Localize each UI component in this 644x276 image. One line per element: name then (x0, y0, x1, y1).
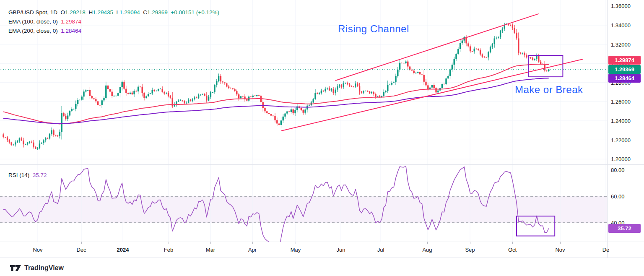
candle (520, 52, 521, 55)
main-legend[interactable]: GBP/USD Spot, 1D O1.29218 H1.29435 L1.29… (8, 8, 219, 36)
candle-body (353, 86, 354, 87)
candle-body (33, 143, 34, 147)
candle-body (361, 91, 362, 93)
legend-text: EMA (200, close, 0) (8, 28, 61, 34)
rsi-pane[interactable] (0, 164, 607, 242)
candle-body (37, 148, 38, 149)
candle-body (186, 103, 187, 104)
candle (17, 140, 18, 143)
candle-body (15, 142, 16, 144)
candle-body (55, 135, 56, 135)
candle (367, 91, 368, 92)
ema200-legend[interactable]: EMA (200, close, 0) 1.28464 (8, 26, 219, 36)
candle-body (532, 58, 533, 60)
candle-body (119, 87, 121, 93)
candle-body (407, 62, 408, 67)
candle (153, 89, 155, 92)
candle (143, 92, 145, 101)
candle-body (333, 89, 334, 93)
candle-body (419, 72, 421, 75)
candle (419, 71, 421, 75)
candle-body (475, 49, 477, 49)
candle (413, 69, 415, 75)
candle (417, 71, 418, 73)
candle-body (53, 130, 54, 135)
price-axis-label: 1.24000 (611, 118, 631, 124)
candle (496, 36, 497, 39)
candle-body (83, 91, 84, 96)
candle-body (536, 55, 537, 59)
candle-body (494, 39, 495, 44)
tradingview-logo[interactable]: TradingView (10, 264, 64, 272)
candle-body (212, 92, 213, 93)
candle-body (516, 33, 517, 39)
ema100-legend[interactable]: EMA (100, close, 0) 1.29874 (8, 17, 219, 26)
candle-body (343, 83, 344, 87)
candle-body (250, 96, 252, 97)
candle-body (355, 83, 356, 87)
candle (365, 91, 366, 91)
candle-body (508, 24, 509, 25)
candle-body (460, 43, 461, 49)
pane-divider[interactable] (0, 164, 644, 165)
candle-body (409, 67, 410, 70)
candle-body (462, 41, 463, 43)
candle (296, 104, 298, 112)
candle (480, 48, 481, 55)
candle (206, 92, 207, 103)
candle-body (200, 95, 201, 95)
candle-body (534, 59, 535, 60)
candle (353, 86, 354, 87)
candle-body (496, 38, 497, 39)
candle (323, 90, 324, 92)
candle (254, 95, 255, 96)
rsi-legend[interactable]: RSI (14) 35.72 (8, 171, 47, 180)
price-highlight-box[interactable] (529, 55, 563, 77)
candle-body (288, 112, 290, 112)
make-or-break-annotation[interactable]: Make or Break (515, 84, 583, 96)
candle-body (135, 91, 137, 91)
candle (202, 94, 203, 95)
candle-body (351, 86, 352, 87)
legend-text: 1.29874 (61, 18, 81, 25)
candle (152, 88, 153, 95)
candle (258, 94, 260, 96)
time-axis-label: Oct (508, 247, 517, 253)
candle (339, 84, 340, 88)
price-axis-label: 1.22000 (611, 137, 631, 143)
candle (309, 104, 310, 106)
candle (79, 99, 80, 101)
time-axis-label: Nov (555, 247, 565, 253)
candle-body (138, 87, 139, 92)
candle (224, 82, 225, 85)
time-scale[interactable]: NovDec2024FebMarAprMayJunJulAugSepOctNov… (0, 242, 644, 258)
candle-body (270, 114, 272, 116)
candle-body (85, 90, 86, 91)
time-tick (560, 242, 561, 244)
candle-body (401, 63, 402, 63)
candle (437, 89, 439, 93)
rising-channel-annotation[interactable]: Rising Channel (338, 23, 409, 35)
candle (331, 88, 332, 92)
time-axis-label: Dec (76, 247, 86, 253)
symbol-legend[interactable]: GBP/USD Spot, 1D O1.29218 H1.29435 L1.29… (8, 8, 219, 17)
candle (125, 86, 127, 96)
time-tick (252, 242, 253, 244)
candle (411, 68, 413, 71)
ema100-line[interactable] (3, 64, 549, 124)
candle-body (524, 53, 525, 55)
time-axis-label: Mar (206, 247, 215, 253)
candle-body (123, 82, 125, 89)
candle (514, 25, 515, 34)
candle-body (345, 83, 346, 83)
candle (502, 27, 503, 33)
rsi-legend[interactable]: RSI (14) 35.72 (8, 171, 47, 180)
candle-body (369, 91, 370, 93)
candle (158, 89, 159, 91)
candle-body (385, 91, 386, 92)
candle-body (415, 73, 416, 73)
candle (85, 89, 86, 92)
candle (268, 112, 270, 115)
price-scale[interactable]: 1.360001.340001.320001.300001.280001.260… (607, 0, 644, 258)
candle (182, 100, 183, 102)
